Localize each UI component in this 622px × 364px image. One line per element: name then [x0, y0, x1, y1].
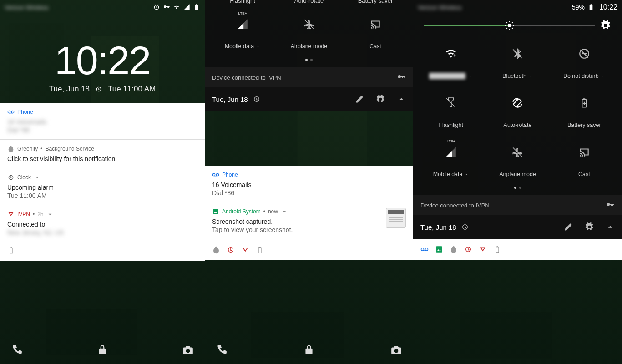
phone-notif-body-blurred: Dial *86: [7, 126, 197, 134]
key-icon: [606, 201, 615, 210]
qs-tile-cast[interactable]: Cast: [343, 13, 409, 50]
qs-footer-date: Tue, Jun 18: [420, 223, 456, 231]
phone-shortcut-icon[interactable]: [216, 344, 228, 356]
qs-tile-airplane[interactable]: Airplane mode: [485, 141, 551, 177]
battery-small-icon: [256, 246, 264, 254]
qs-tile-mobile-data[interactable]: LTE+ Mobile data: [418, 141, 484, 177]
quick-settings-full: Verizon Wireless 59% 10:22 Blueto: [413, 0, 622, 364]
qs-tile-mobile-data[interactable]: LTE+ Mobile data: [210, 13, 276, 50]
lock-icon[interactable]: [96, 344, 108, 356]
qs-tile-flashlight[interactable]: Flashlight: [418, 92, 484, 128]
battery-small-icon: [7, 246, 15, 255]
status-bar: Verizon Wireless 59% 10:22: [413, 0, 622, 15]
chevron-up-icon[interactable]: [397, 95, 406, 104]
android-system-label: Android System: [222, 208, 261, 215]
battery-icon: [587, 4, 595, 11]
vpn-status-row[interactable]: Device connected to IVPN: [205, 67, 413, 87]
svg-rect-22: [496, 247, 499, 253]
notification-tray-footer: [0, 242, 205, 261]
quick-settings-partial: Flashlight Auto-rotate Battery saver LTE…: [205, 0, 413, 364]
qs-tile-batterysaver-label-only: Battery saver: [343, 0, 409, 4]
caret-down-icon: [528, 74, 533, 78]
clock-app-label: Clock: [17, 174, 31, 181]
android-system-meta: now: [268, 208, 278, 215]
clock-body: Tue 11:00 AM: [7, 192, 197, 199]
leaf-icon: [7, 145, 15, 152]
qs-page-indicator: [205, 53, 413, 67]
ivpn-notification[interactable]: IVPN • 2h Connected to New Jersey, NJ, U…: [0, 205, 205, 242]
svg-point-1: [11, 111, 14, 113]
edit-icon[interactable]: [564, 222, 573, 232]
greenify-body: Click to set visibility for this notific…: [7, 155, 197, 162]
lock-time: 10:22: [0, 37, 205, 84]
camera-shortcut-icon[interactable]: [182, 344, 194, 356]
vpn-status-row[interactable]: Device connected to IVPN: [413, 195, 622, 215]
camera-shortcut-icon[interactable]: [390, 344, 402, 356]
voicemail-icon: [212, 171, 219, 178]
qs-tile-auto-rotate[interactable]: Auto-rotate: [485, 92, 551, 128]
image-icon: [212, 208, 219, 215]
voicemail-icon: [420, 245, 429, 253]
qs-tile-bluetooth[interactable]: Bluetooth: [485, 43, 551, 79]
brightness-slider[interactable]: [413, 15, 622, 34]
phone-notification[interactable]: Phone 16 Voicemails Dial *86: [205, 166, 413, 202]
lock-date: Tue, Jun 18: [49, 85, 90, 94]
edit-icon[interactable]: [355, 95, 364, 104]
wifi-icon: [173, 4, 180, 11]
wallpaper-gap: [205, 111, 413, 166]
signal-icon: [183, 4, 190, 11]
airplane-off-icon: [511, 146, 523, 158]
qs-tile-autorotate-label-only: Auto-rotate: [276, 0, 342, 4]
flashlight-off-icon: [445, 97, 457, 109]
battery-icon: [193, 4, 200, 11]
qs-tile-battery-saver[interactable]: Battery saver: [551, 92, 617, 128]
ivpn-app-label: IVPN: [17, 211, 30, 217]
caret-down-icon: [601, 74, 605, 78]
qs-tile-dnd[interactable]: Do not disturb: [551, 43, 617, 79]
svg-rect-17: [583, 98, 585, 99]
greenify-notification[interactable]: Greenify • Background Service Click to s…: [0, 140, 205, 168]
qs-tile-cast[interactable]: Cast: [551, 141, 617, 177]
status-time: 10:22: [599, 3, 617, 11]
collapsed-tray-icons[interactable]: [413, 239, 622, 260]
chevron-up-icon[interactable]: [606, 222, 615, 232]
alarm-icon: [227, 246, 235, 254]
svg-rect-10: [259, 247, 261, 248]
leaf-icon: [450, 245, 458, 253]
qs-tile-wifi[interactable]: [418, 43, 484, 79]
screenshot-thumbnail[interactable]: [386, 208, 406, 228]
bluetooth-off-icon: [511, 48, 523, 60]
clock-notification[interactable]: Clock Upcoming alarm Tue 11:00 AM: [0, 168, 205, 205]
brightness-icon: [504, 20, 515, 31]
alarm-icon: [464, 245, 472, 253]
phone-body: Dial *86: [212, 189, 406, 197]
svg-point-18: [421, 248, 424, 251]
gear-icon[interactable]: [376, 95, 385, 104]
cast-icon: [578, 146, 590, 158]
greenify-app-label: Greenify: [17, 146, 38, 152]
lockscreen-panel: Verizon Wireless 10:22 Tue, Jun 18 Tue 1…: [0, 0, 205, 364]
svg-rect-21: [436, 246, 442, 253]
collapsed-tray-icons[interactable]: [205, 239, 413, 260]
gear-icon[interactable]: [585, 222, 594, 232]
qs-tile-airplane[interactable]: Airplane mode: [276, 13, 342, 50]
ivpn-meta: 2h: [37, 211, 43, 217]
android-system-notification[interactable]: Android System • now Screenshot captured…: [205, 202, 413, 239]
svg-rect-23: [497, 246, 498, 247]
ivpn-body-blurred: New Jersey, NJ, US: [7, 229, 197, 236]
gear-icon[interactable]: [600, 20, 611, 31]
screenshot-title: Screenshot captured.: [212, 218, 293, 225]
phone-notification[interactable]: Phone 16 Voicemails Dial *86: [0, 103, 205, 140]
svg-rect-8: [213, 209, 218, 214]
ivpn-icon: [241, 246, 249, 254]
status-icons: [153, 4, 200, 11]
phone-app-label: Phone: [17, 109, 33, 115]
battery-percent: 59%: [572, 4, 585, 11]
lock-icon[interactable]: [303, 344, 315, 356]
qs-tile-flashlight-label-only: Flashlight: [210, 0, 276, 4]
lock-nav-bar: [205, 344, 413, 356]
caret-down-icon: [256, 44, 260, 49]
cast-icon: [369, 18, 381, 30]
lock-nav-bar: [0, 344, 205, 356]
phone-shortcut-icon[interactable]: [11, 344, 23, 356]
